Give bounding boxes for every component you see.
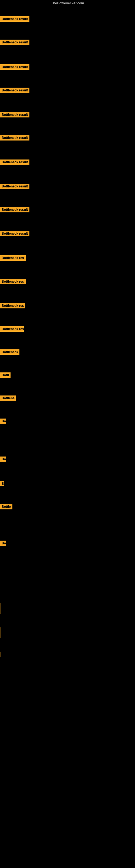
site-title: TheBottlenecker.com [0,0,135,6]
bottleneck-badge-19: B [0,481,4,486]
bottleneck-badge-16: Bottlene [0,396,16,401]
bottleneck-badge-11: Bottleneck res [0,279,26,284]
bottleneck-badge-17: Bo [0,418,6,424]
bottleneck-badge-8: Bottleneck result [0,207,30,212]
bottleneck-badge-14: Bottleneck [0,349,19,355]
bottleneck-badge-9: Bottleneck result [0,231,30,236]
bottleneck-badge-10: Bottleneck res [0,255,26,261]
bottleneck-badge-3: Bottleneck result [0,88,30,93]
bottleneck-badge-6: Bottleneck result [0,159,30,165]
bottleneck-badge-15: Bottl [0,372,10,378]
bottleneck-badge-5: Bottleneck result [0,135,30,141]
bottleneck-badge-20: Bottle [0,504,12,509]
bottleneck-badge-4: Bottleneck result [0,112,30,118]
vertical-line-1 [1,627,1,638]
vertical-line-0 [1,603,1,614]
bottleneck-badge-18: Bo [0,457,6,462]
bottleneck-badge-1: Bottleneck result [0,40,30,45]
bottleneck-badge-13: Bottleneck res [0,326,24,332]
bottleneck-badge-0: Bottleneck result [0,16,30,22]
bottleneck-badge-12: Bottleneck res [0,303,25,308]
bottleneck-badge-21: Bo [0,540,6,546]
vertical-line-2 [1,652,1,657]
bottleneck-badge-7: Bottleneck result [0,184,30,189]
bottleneck-badge-2: Bottleneck result [0,64,30,70]
